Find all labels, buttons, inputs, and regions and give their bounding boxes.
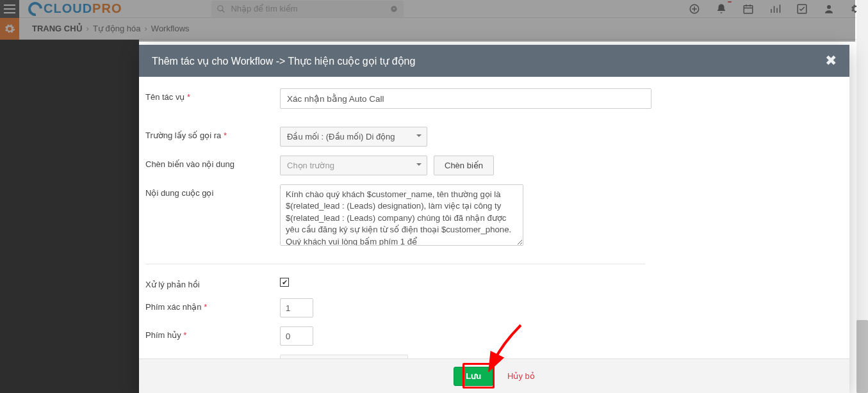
modal-header: Thêm tác vụ cho Workflow -> Thực hiện cu… (139, 45, 849, 77)
label-cancel-key: Phím hủy (145, 330, 181, 340)
logo-text-primary: CLOUD (44, 1, 92, 16)
chart-icon[interactable] (769, 3, 781, 15)
chevron-down-icon[interactable] (389, 4, 398, 13)
page-scrollbar-thumb[interactable] (856, 320, 868, 393)
user-icon[interactable] (823, 3, 835, 15)
notification-badge (728, 1, 732, 3)
breadcrumb-level2[interactable]: Workflows (151, 24, 190, 33)
modal-body: Tên tác vụ * Trường lấy số gọi ra * Đầu … (139, 77, 849, 358)
breadcrumb: TRANG CHỦ › Tự động hóa › Workflows (32, 24, 190, 33)
cancel-key-input[interactable] (280, 326, 313, 346)
logo[interactable]: CLOUD PRO (28, 0, 122, 18)
svg-point-0 (218, 5, 223, 10)
label-insert-var: Chèn biến vào nội dung (145, 159, 234, 169)
breadcrumb-separator: › (145, 24, 147, 33)
confirm-key-input[interactable] (280, 298, 313, 317)
breadcrumb-level1[interactable]: Tự động hóa (93, 24, 141, 33)
insert-var-button[interactable]: Chèn biến (434, 156, 494, 175)
label-confirm-key: Phím xác nhận (145, 302, 202, 312)
modal-title: Thêm tác vụ cho Workflow -> Thực hiện cu… (152, 55, 415, 67)
outgoing-field-select[interactable]: Đầu mối : (Đầu mối) Di động (280, 127, 427, 147)
task-name-input[interactable] (280, 88, 651, 109)
outgoing-field-value: Đầu mối : (Đầu mối) Di động (287, 132, 395, 141)
cancel-link[interactable]: Hủy bỏ (507, 371, 535, 381)
logo-text-secondary: PRO (92, 1, 122, 16)
svg-point-15 (827, 5, 831, 9)
logo-mark-icon (26, 0, 45, 19)
global-search[interactable]: Nhập để tìm kiếm (211, 1, 404, 17)
divider (145, 264, 645, 264)
calendar-icon[interactable] (742, 3, 754, 15)
svg-line-1 (222, 10, 225, 12)
bell-icon[interactable] (716, 3, 727, 15)
add-icon[interactable] (689, 3, 700, 15)
top-icon-bar (689, 0, 862, 18)
left-dark-panel (0, 40, 139, 393)
top-bar: CLOUD PRO Nhập để tìm kiếm (0, 0, 868, 18)
breadcrumb-row: TRANG CHỦ › Tự động hóa › Workflows (0, 18, 868, 40)
search-icon (217, 4, 225, 13)
required-mark: * (224, 131, 227, 140)
insert-var-select[interactable]: Chọn trường (280, 156, 427, 175)
settings-tab[interactable] (0, 18, 19, 40)
close-icon[interactable]: ✖ (825, 52, 837, 69)
label-task-name: Tên tác vụ (145, 92, 184, 102)
required-mark: * (187, 92, 190, 102)
save-button[interactable]: Lưu (454, 367, 493, 386)
hamburger-menu[interactable] (0, 0, 19, 18)
checklist-icon[interactable] (796, 3, 808, 15)
breadcrumb-home[interactable]: TRANG CHỦ (32, 24, 83, 33)
modal-footer: Lưu Hủy bỏ (139, 358, 849, 393)
required-mark: * (204, 302, 207, 312)
label-handle-response: Xử lý phản hồi (145, 280, 200, 289)
call-content-textarea[interactable] (280, 184, 523, 246)
insert-var-placeholder: Chọn trường (287, 161, 334, 170)
label-outgoing-field: Trường lấy số gọi ra (145, 131, 221, 140)
workflow-task-modal: Thêm tác vụ cho Workflow -> Thực hiện cu… (139, 45, 849, 393)
handle-response-checkbox[interactable]: ✔ (280, 278, 289, 287)
search-placeholder-text: Nhập để tìm kiếm (231, 4, 297, 13)
label-call-content: Nội dung cuộc gọi (145, 188, 213, 198)
svg-rect-6 (744, 6, 753, 13)
required-mark: * (183, 330, 186, 340)
breadcrumb-separator: › (86, 24, 89, 33)
